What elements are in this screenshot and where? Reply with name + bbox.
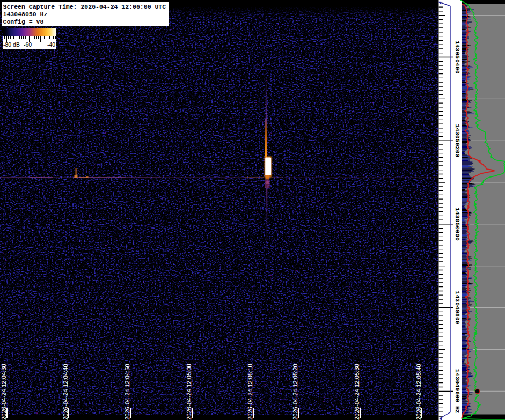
- svg-text:143050000: 143050000: [454, 208, 461, 241]
- svg-text:143049800: 143049800: [454, 291, 461, 325]
- svg-text:143049600 Hz: 143049600 Hz: [454, 369, 461, 414]
- svg-text:143050400: 143050400: [454, 40, 461, 73]
- svg-text:143050200: 143050200: [454, 124, 461, 157]
